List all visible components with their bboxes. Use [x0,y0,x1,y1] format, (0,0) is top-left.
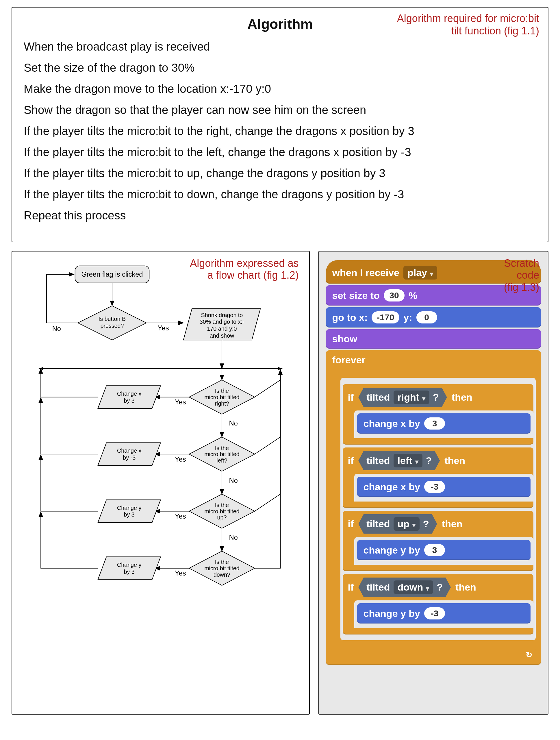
flow-shrink-l2: 30% and go to x:- [200,318,244,325]
change-x-block[interactable]: change x by 3 [357,413,531,434]
tilted-label: tilted [366,518,390,530]
flowchart-tag-line2: a flow chart (fig 1.2) [207,269,299,281]
scratch-if-down[interactable]: if tilted down ? [343,574,533,635]
algorithm-line: Set the size of the dragon to 30% [24,61,536,74]
scratch-panel: Scratch code (fig 1.3) when I receive pl… [318,251,548,715]
scratch-tag-l3: (fig 1.3) [504,281,539,293]
then-label: then [455,581,476,593]
svg-text:micro:bit tilted: micro:bit tilted [204,508,239,515]
svg-text:Is the: Is the [215,502,229,508]
svg-text:Yes: Yes [175,570,186,577]
svg-text:Change x: Change x [117,448,142,454]
tilted-label: tilted [366,392,390,403]
goto-y-value[interactable]: 0 [416,311,437,323]
set-size-text: set size to [332,290,380,301]
question-mark: ? [437,581,443,593]
tilt-dir-dropdown[interactable]: left [394,454,423,467]
scratch-if-right[interactable]: if tilted right ? [343,384,533,445]
scratch-forever-block[interactable]: forever if tilted right [326,350,541,665]
if-label: if [348,392,354,403]
set-size-value[interactable]: 30 [384,289,405,301]
scratch-goto-block[interactable]: go to x: -170 y: 0 [326,307,541,328]
scratch-if-left[interactable]: if tilted left ? [343,448,533,508]
tilt-dir-dropdown[interactable]: up [394,517,420,531]
change-y-block[interactable]: change y by -3 [357,603,531,624]
tilt-dir-dropdown[interactable]: right [394,390,430,404]
svg-marker-35 [98,557,161,579]
set-size-pct: % [409,290,417,301]
flowchart-tag-line1: Algorithm expressed as [190,257,299,269]
flowchart-tag: Algorithm expressed as a flow chart (fig… [190,257,299,281]
if-label: if [348,518,354,530]
svg-text:Change x: Change x [117,390,142,397]
change-y-block[interactable]: change y by 3 [357,540,531,560]
tilted-up-condition[interactable]: tilted up ? [358,514,437,534]
hat-dropdown[interactable]: play [404,266,437,280]
scratch-stack: when I receive play set size to 30 % go … [326,260,541,665]
svg-text:left?: left? [216,457,227,464]
if-label: if [348,455,354,466]
algorithm-tag-line1: Algorithm required for micro:bit [397,12,539,24]
change-x-text: change x by [363,481,421,492]
algorithm-line: Make the dragon move to the location x:-… [24,82,536,95]
svg-marker-17 [98,443,161,466]
algorithm-tag: Algorithm required for micro:bit tilt fu… [397,12,539,37]
tilted-left-condition[interactable]: tilted left ? [358,451,440,470]
dir-down: down [398,581,423,593]
svg-text:No: No [229,534,238,541]
change-x-text: change x by [363,418,421,429]
forever-label: forever [329,354,538,369]
svg-text:micro:bit tilted: micro:bit tilted [204,394,239,400]
then-label: then [452,392,472,403]
tilt-dir-dropdown[interactable]: down [394,580,433,594]
tilted-down-condition[interactable]: tilted down ? [358,577,451,597]
algorithm-line: If the player tilts the micro:bit to up,… [24,167,536,180]
svg-text:Change y: Change y [117,562,142,568]
hat-text: when I receive [332,267,399,278]
flow-shrink-l3: 170 and y:0 [207,326,237,332]
flowchart-svg: Green flag is clicked Is button B presse… [24,252,298,703]
flowchart-panel: Algorithm expressed as a flow chart (fig… [12,251,310,715]
algorithm-line: Show the dragon so that the player can n… [24,103,536,116]
algorithm-tag-line2: tilt function (fig 1.1) [451,25,539,37]
goto-x-value[interactable]: -170 [371,311,399,323]
then-label: then [444,455,465,466]
flow-shrink-l4: and show [210,333,234,339]
svg-text:by 3: by 3 [124,512,135,518]
chevron-down-icon [426,581,429,593]
algorithm-line: If the player tilts the micro:bit to the… [24,124,536,137]
svg-text:Yes: Yes [175,398,186,406]
algorithm-line: If the player tilts the micro:bit to dow… [24,188,536,201]
flow-branch-left: Is the micro:bit tilted left? Yes Change… [41,370,280,494]
change-y-val[interactable]: -3 [424,607,445,620]
change-x-val[interactable]: -3 [424,481,445,493]
flow-label-no: No [52,325,61,333]
dir-left: left [398,455,412,466]
scratch-tag-l2: code [517,269,539,281]
hat-msg: play [408,267,427,278]
svg-text:No: No [229,420,238,427]
tilted-label: tilted [366,455,390,466]
tilted-right-condition[interactable]: tilted right ? [358,388,447,407]
then-label: then [442,518,463,530]
svg-text:Yes: Yes [175,456,186,463]
scratch-if-up[interactable]: if tilted up ? th [343,511,533,571]
flow-decision-b-l2: pressed? [100,322,124,329]
loop-arrow-icon: ↻ [329,650,538,662]
dir-up: up [398,518,410,530]
flow-label-yes: Yes [158,324,169,332]
algorithm-line: When the broadcast play is received [24,40,536,53]
change-x-val[interactable]: 3 [424,418,445,430]
change-y-text: change y by [363,608,421,619]
chevron-down-icon [422,392,425,403]
algorithm-lines: When the broadcast play is received Set … [24,40,536,222]
question-mark: ? [423,518,429,530]
scratch-show-block[interactable]: show [326,329,541,349]
svg-text:Is the: Is the [215,445,229,451]
svg-marker-8 [98,386,161,408]
change-y-val[interactable]: 3 [424,544,445,556]
svg-marker-26 [98,500,161,523]
change-x-block[interactable]: change x by -3 [357,477,531,497]
svg-text:Change y: Change y [117,505,142,511]
svg-text:by 3: by 3 [124,397,135,404]
